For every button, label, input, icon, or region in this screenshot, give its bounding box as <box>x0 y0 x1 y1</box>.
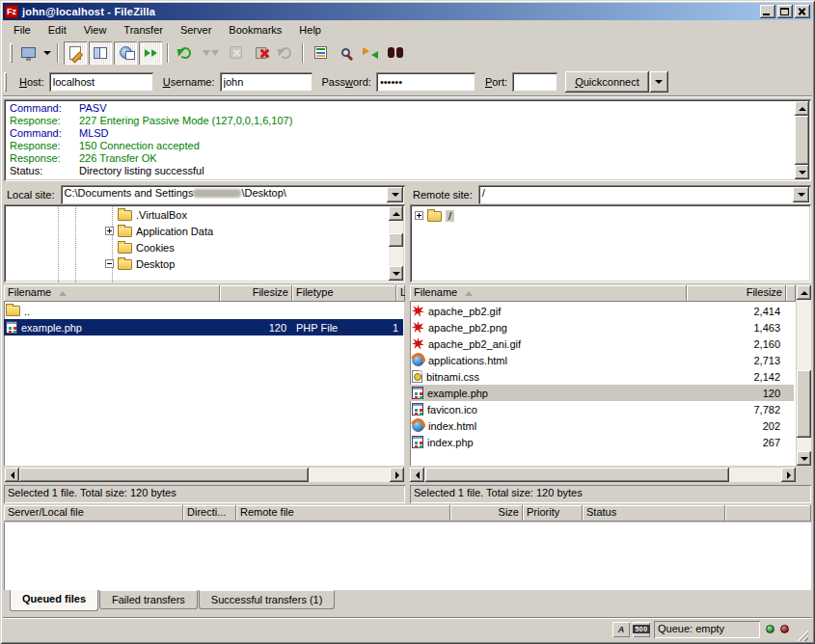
username-input[interactable] <box>220 72 312 92</box>
close-button[interactable] <box>795 5 810 18</box>
local-tree-scrollbar[interactable] <box>389 206 403 281</box>
title-bar[interactable]: Fz john@localhost - FileZilla <box>3 3 812 20</box>
tab-successful-transfers-1-[interactable]: Successful transfers (1) <box>199 590 336 609</box>
filename-cell: apache_pb2.png <box>410 319 687 335</box>
directory-comparison-button[interactable] <box>334 41 357 65</box>
quickconnect-dropdown-button[interactable] <box>650 71 668 93</box>
column-header-filename[interactable]: Filename <box>4 285 220 302</box>
toggle-message-log-button[interactable] <box>64 41 87 65</box>
synchronized-browsing-button[interactable] <box>359 41 382 65</box>
directory-listing-filters-button[interactable] <box>309 41 332 65</box>
menu-item-file[interactable]: File <box>5 22 40 38</box>
remote-site-row: Remote site: / <box>410 184 811 204</box>
column-header-l[interactable]: L <box>396 285 405 302</box>
remote-hscrollbar[interactable] <box>410 468 796 482</box>
disconnect-icon <box>256 47 266 59</box>
local-site-combobox[interactable]: C:\Documents and Settings\Desktop\ <box>61 185 405 204</box>
remote-vscrollbar[interactable] <box>797 285 811 466</box>
quickconnect-button[interactable]: Quickconnect <box>565 71 649 93</box>
toggle-transfer-queue-button[interactable] <box>139 41 162 65</box>
toolbar-grip[interactable] <box>10 43 13 63</box>
file-row-example-php[interactable]: example.php120PHP File1 <box>4 319 403 335</box>
filename-cell: index.html <box>410 417 687 434</box>
tree-item-root[interactable]: / <box>415 207 454 224</box>
host-input[interactable] <box>49 72 153 92</box>
file-row-apache_pb2-gif[interactable]: apache_pb2.gif2,414 <box>410 303 794 319</box>
file-row-apache_pb2-png[interactable]: apache_pb2.png1,463 <box>410 319 794 335</box>
message-log-scrollbar[interactable] <box>795 101 809 179</box>
column-header-remote-file[interactable]: Remote file <box>236 505 450 522</box>
tree-expander-icon[interactable] <box>415 211 423 220</box>
column-header-filesize[interactable]: Filesize <box>687 285 786 302</box>
column-header-priority[interactable]: Priority <box>523 505 583 522</box>
log-line: Response:227 Entering Passive Mode (127,… <box>6 115 795 127</box>
menu-item-server[interactable]: Server <box>172 22 220 38</box>
file-row-index-html[interactable]: index.html202 <box>410 417 794 434</box>
remote-site-dropdown[interactable] <box>793 187 809 202</box>
column-header-filename[interactable]: Filename <box>410 285 687 302</box>
transfer-type-indicator[interactable]: A <box>612 622 630 637</box>
column-header-status[interactable]: Status <box>583 505 725 522</box>
site-manager-button[interactable] <box>16 41 40 65</box>
column-header-server-local-file[interactable]: Server/Local file <box>4 505 183 522</box>
column-header-directi-[interactable]: Directi... <box>183 505 236 522</box>
local-hscrollbar[interactable] <box>5 468 404 482</box>
refresh-button[interactable] <box>174 41 197 65</box>
disconnect-button[interactable] <box>249 41 272 65</box>
html-file-icon <box>412 354 424 366</box>
modified-cell: 1 <box>393 319 403 335</box>
filesize-cell: 202 <box>687 417 786 434</box>
tree-expander-icon[interactable] <box>105 227 114 235</box>
local-directory-tree: .VirtualBoxApplication DataCookiesDeskto… <box>4 204 405 282</box>
password-input[interactable] <box>376 72 475 92</box>
tree-item--virtualbox[interactable]: .VirtualBox <box>105 206 187 223</box>
port-input[interactable] <box>512 72 557 92</box>
tree-item-cookies[interactable]: Cookies <box>105 239 175 255</box>
log-line-text: 226 Transfer OK <box>79 152 157 165</box>
toolbar-separator <box>57 43 59 63</box>
tab-failed-transfers[interactable]: Failed transfers <box>99 590 198 609</box>
tree-expander-icon[interactable] <box>105 259 114 268</box>
remote-site-combobox[interactable]: / <box>478 185 811 204</box>
maximize-button[interactable] <box>777 5 793 18</box>
file-row-favicon-ico[interactable]: favicon.ico7,782 <box>410 401 794 417</box>
column-header-blank[interactable] <box>786 285 796 302</box>
file-row-example-php[interactable]: example.php120 <box>410 385 794 401</box>
local-site-dropdown[interactable] <box>387 187 403 202</box>
toggle-remote-tree-button[interactable] <box>114 41 137 65</box>
menu-item-transfer[interactable]: Transfer <box>115 22 172 38</box>
toggle-local-tree-button[interactable] <box>89 41 112 65</box>
filezilla-window: Fz john@localhost - FileZilla FileEditVi… <box>0 0 815 644</box>
local-site-label: Local site: <box>4 189 61 201</box>
tree-item-desktop[interactable]: Desktop <box>105 255 175 272</box>
tab-queued-files[interactable]: Queued files <box>10 590 98 611</box>
file-row-index-php[interactable]: index.php267 <box>410 434 794 450</box>
filename-text: index.php <box>427 435 474 450</box>
file-row-apache_pb2_ani-gif[interactable]: apache_pb2_ani.gif2,160 <box>410 335 794 352</box>
log-line: Command:PASV <box>6 102 795 115</box>
minimize-button[interactable] <box>760 5 775 18</box>
quickbar-grip[interactable] <box>4 72 7 92</box>
minimize-icon <box>763 13 770 15</box>
site-manager-dropdown-button[interactable] <box>41 41 53 65</box>
log-line-text: Directory listing successful <box>79 165 204 177</box>
column-header-size[interactable]: Size <box>450 505 523 522</box>
reconnect-button[interactable] <box>274 41 297 65</box>
menu-item-bookmarks[interactable]: Bookmarks <box>220 22 290 38</box>
menu-item-edit[interactable]: Edit <box>40 22 75 38</box>
tree-item-application-data[interactable]: Application Data <box>105 223 213 239</box>
file-row-applications-html[interactable]: applications.html2,713 <box>410 352 794 368</box>
resize-grip[interactable] <box>795 628 808 641</box>
process-queue-button[interactable] <box>199 41 222 65</box>
column-header-filetype[interactable]: Filetype <box>292 285 396 302</box>
filename-cell: applications.html <box>410 352 687 368</box>
column-header-filesize[interactable]: Filesize <box>220 285 292 302</box>
menu-item-help[interactable]: Help <box>290 22 330 38</box>
column-header-blank[interactable] <box>725 505 811 522</box>
cancel-operation-button[interactable] <box>224 41 247 65</box>
file-row--[interactable]: .. <box>4 303 403 319</box>
speed-limits-indicator[interactable]: 500 <box>633 622 650 637</box>
find-files-button[interactable] <box>384 41 407 65</box>
menu-item-view[interactable]: View <box>75 22 116 38</box>
file-row-bitnami-css[interactable]: bitnami.css2,142 <box>410 368 794 385</box>
